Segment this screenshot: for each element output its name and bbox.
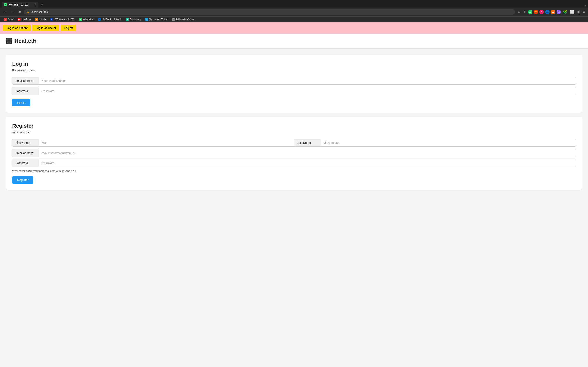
main-content: Heal.eth Log in For existing users. Emai…: [0, 34, 588, 367]
register-email-label: Email address:: [12, 149, 39, 157]
nav-bar: ← → ↻ 🔒 localhost:3000 ☆ ⇧ W 🦁 4 in 🦊 M …: [0, 8, 588, 16]
brave-shield-icon[interactable]: 🦁: [534, 10, 538, 14]
bookmark-arithmetic-label: Arithmetic Game...: [176, 18, 196, 21]
bookmark-iitd-label: IITD Webmail :: W...: [54, 18, 76, 21]
ext-icon-3[interactable]: in: [545, 10, 550, 14]
extensions-button[interactable]: 🧩: [562, 9, 568, 15]
logo-dot-5: [8, 40, 9, 42]
wallet-button[interactable]: ⬜: [569, 9, 575, 15]
tab-title: Heal.eth Web App: [9, 3, 28, 6]
register-lastname-input[interactable]: [321, 139, 576, 146]
ext-icon-1[interactable]: W: [528, 10, 532, 14]
app-toolbar: Log in as patient Log in as doctor Log o…: [0, 22, 588, 34]
nav-actions: ☆ ⇧ W 🦁 4 in 🦊 M 🧩 ⬜ ◫ ≡: [517, 9, 586, 15]
gmail-favicon: G: [4, 18, 7, 21]
bookmark-youtube-label: YouTube: [21, 18, 31, 21]
register-title: Register: [12, 123, 576, 129]
login-title: Log in: [12, 61, 576, 67]
register-password-group: Password:: [12, 159, 576, 167]
bookmark-youtube[interactable]: ▶ YouTube: [16, 17, 33, 21]
tab-list-button[interactable]: ⌄: [584, 3, 586, 7]
address-text: localhost:3000: [31, 10, 49, 13]
app-header: Heal.eth: [0, 34, 588, 49]
browser-chrome: H Heal.eth Web App × + ⌄ ← → ↻ 🔒 localho…: [0, 0, 588, 22]
register-submit-button[interactable]: Register: [12, 176, 34, 184]
bookmark-gmail[interactable]: G Gmail: [2, 17, 16, 21]
share-button[interactable]: ⇧: [522, 9, 527, 15]
register-password-input[interactable]: [39, 159, 576, 167]
reload-button[interactable]: ↻: [17, 9, 22, 15]
login-submit-button[interactable]: Log in: [12, 99, 30, 106]
grammarly-favicon: G: [126, 18, 129, 21]
ext-icon-2[interactable]: 4: [539, 10, 544, 14]
login-password-group: Password:: [12, 87, 576, 95]
logo-dot-8: [8, 42, 9, 44]
whatsapp-favicon: W: [79, 18, 82, 21]
bookmark-grammarly-label: Grammarly: [130, 18, 141, 21]
youtube-favicon: ▶: [18, 18, 21, 21]
register-email-input[interactable]: [39, 149, 576, 157]
linkedin-favicon: in: [98, 18, 101, 21]
moodle-favicon: M: [35, 18, 38, 21]
login-email-input[interactable]: [39, 77, 576, 84]
twitter-favicon: 🐦: [145, 18, 148, 21]
login-email-label: Email address:: [12, 77, 39, 84]
register-email-group: Email address:: [12, 149, 576, 157]
tab-close-button[interactable]: ×: [34, 3, 36, 6]
register-lastname-label: Last Name:: [294, 139, 321, 146]
logo-dot-1: [6, 38, 8, 40]
content-area: Log in For existing users. Email address…: [0, 49, 588, 200]
register-card: Register As a new user. First Name: Last…: [6, 117, 582, 190]
login-email-group: Email address:: [12, 77, 576, 85]
bookmark-gmail-label: Gmail: [8, 18, 14, 21]
bookmark-moodle[interactable]: M Moodle: [33, 17, 48, 21]
menu-button[interactable]: ≡: [582, 9, 586, 15]
login-subtitle: For existing users.: [12, 69, 576, 72]
bookmark-iitd[interactable]: I IITD Webmail :: W...: [49, 17, 77, 21]
forward-button[interactable]: →: [10, 9, 16, 15]
tab-favicon: H: [4, 3, 7, 6]
app-title: Heal.eth: [14, 38, 36, 44]
register-name-row: First Name: Last Name:: [12, 139, 576, 147]
logo-dot-2: [8, 38, 9, 40]
register-firstname-input[interactable]: [39, 139, 294, 146]
login-doctor-button[interactable]: Log in as doctor: [33, 25, 60, 31]
register-firstname-group: First Name:: [12, 139, 294, 147]
bookmark-arithmetic[interactable]: A Arithmetic Game...: [171, 17, 198, 21]
bookmark-grammarly[interactable]: G Grammarly: [124, 17, 143, 21]
logo-dot-7: [6, 42, 8, 44]
ext-icon-5[interactable]: M: [557, 10, 561, 14]
bookmark-linkedin-label: (9) Feed | LinkedIn: [102, 18, 122, 21]
bookmark-twitter[interactable]: 🐦 (1) Home / Twitter: [144, 17, 170, 21]
new-tab-button[interactable]: +: [39, 2, 45, 8]
login-card: Log in For existing users. Email address…: [6, 55, 582, 113]
register-password-label: Password:: [12, 159, 39, 167]
login-password-input[interactable]: [39, 87, 576, 95]
lock-icon: 🔒: [27, 11, 30, 13]
bookmark-moodle-label: Moodle: [39, 18, 47, 21]
logo-dot-9: [10, 42, 12, 44]
logoff-button[interactable]: Log off: [61, 25, 76, 31]
bookmark-linkedin[interactable]: in (9) Feed | LinkedIn: [96, 17, 124, 21]
arithmetic-favicon: A: [172, 18, 175, 21]
sidebar-button[interactable]: ◫: [576, 9, 581, 15]
bookmark-whatsapp[interactable]: W WhatsApp: [78, 17, 96, 21]
ext-icon-4[interactable]: 🦊: [551, 10, 555, 14]
login-password-label: Password:: [12, 87, 39, 95]
address-bar[interactable]: 🔒 localhost:3000: [24, 9, 515, 15]
app-logo-grid: [6, 38, 12, 44]
bookmark-whatsapp-label: WhatsApp: [83, 18, 94, 21]
bookmark-twitter-label: (1) Home / Twitter: [149, 18, 168, 21]
login-patient-button[interactable]: Log in as patient: [3, 25, 31, 31]
register-subtitle: As a new user.: [12, 131, 576, 134]
iitd-favicon: I: [50, 18, 53, 21]
privacy-note: We'll never share your personal data wit…: [12, 169, 576, 173]
logo-dot-6: [10, 40, 12, 42]
register-lastname-group: Last Name:: [294, 139, 576, 147]
back-button[interactable]: ←: [2, 9, 8, 15]
active-tab[interactable]: H Heal.eth Web App ×: [2, 2, 38, 8]
bookmark-button[interactable]: ☆: [517, 9, 521, 15]
logo-dot-4: [6, 40, 8, 42]
tab-bar: H Heal.eth Web App × + ⌄: [0, 0, 588, 8]
bookmarks-bar: G Gmail ▶ YouTube M Moodle I IITD Webmai…: [0, 16, 588, 22]
